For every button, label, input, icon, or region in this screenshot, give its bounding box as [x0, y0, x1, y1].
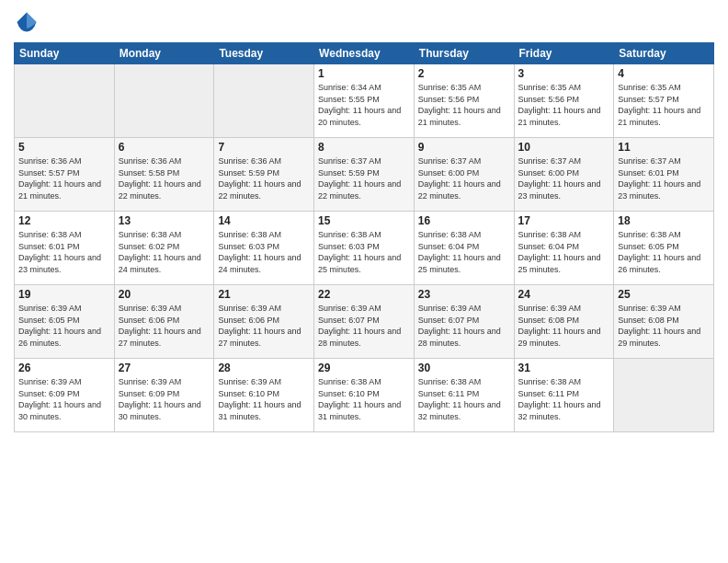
calendar-cell: 4Sunrise: 6:35 AM Sunset: 5:57 PM Daylig…: [614, 64, 714, 138]
day-info: Sunrise: 6:39 AM Sunset: 6:07 PM Dayligh…: [418, 303, 510, 349]
day-info: Sunrise: 6:38 AM Sunset: 6:02 PM Dayligh…: [119, 229, 210, 275]
calendar-cell: 21Sunrise: 6:39 AM Sunset: 6:06 PM Dayli…: [214, 285, 314, 359]
calendar-table: SundayMondayTuesdayWednesdayThursdayFrid…: [14, 42, 714, 432]
calendar-cell: 7Sunrise: 6:36 AM Sunset: 5:59 PM Daylig…: [214, 138, 314, 212]
day-info: Sunrise: 6:39 AM Sunset: 6:10 PM Dayligh…: [218, 376, 310, 422]
day-number: 16: [418, 214, 510, 227]
day-info: Sunrise: 6:39 AM Sunset: 6:09 PM Dayligh…: [119, 376, 210, 422]
header: [14, 9, 714, 35]
day-number: 21: [218, 288, 310, 301]
day-info: Sunrise: 6:35 AM Sunset: 5:57 PM Dayligh…: [618, 82, 710, 128]
day-number: 22: [318, 288, 410, 301]
day-info: Sunrise: 6:39 AM Sunset: 6:08 PM Dayligh…: [618, 303, 710, 349]
day-number: 17: [518, 214, 610, 227]
calendar-cell: 30Sunrise: 6:38 AM Sunset: 6:11 PM Dayli…: [414, 359, 514, 432]
day-info: Sunrise: 6:37 AM Sunset: 6:01 PM Dayligh…: [618, 155, 710, 201]
day-info: Sunrise: 6:38 AM Sunset: 6:10 PM Dayligh…: [318, 376, 410, 422]
calendar-cell: 10Sunrise: 6:37 AM Sunset: 6:00 PM Dayli…: [514, 138, 614, 212]
calendar-cell: 16Sunrise: 6:38 AM Sunset: 6:04 PM Dayli…: [414, 212, 514, 285]
day-number: 31: [518, 362, 610, 374]
header-day: Saturday: [614, 43, 714, 64]
day-number: 28: [218, 362, 310, 374]
calendar-row: 12Sunrise: 6:38 AM Sunset: 6:01 PM Dayli…: [15, 212, 714, 285]
header-day: Sunday: [15, 43, 115, 64]
calendar-cell: 24Sunrise: 6:39 AM Sunset: 6:08 PM Dayli…: [514, 285, 614, 359]
day-info: Sunrise: 6:39 AM Sunset: 6:06 PM Dayligh…: [119, 303, 210, 349]
header-day: Thursday: [414, 43, 514, 64]
calendar-cell: 18Sunrise: 6:38 AM Sunset: 6:05 PM Dayli…: [614, 212, 714, 285]
logo-icon: [14, 9, 40, 35]
day-number: 26: [18, 362, 110, 374]
day-info: Sunrise: 6:38 AM Sunset: 6:04 PM Dayligh…: [418, 229, 510, 275]
day-number: 24: [518, 288, 610, 301]
day-number: 9: [418, 141, 510, 154]
day-number: 5: [18, 141, 110, 154]
day-info: Sunrise: 6:38 AM Sunset: 6:03 PM Dayligh…: [318, 229, 410, 275]
calendar-cell: 17Sunrise: 6:38 AM Sunset: 6:04 PM Dayli…: [514, 212, 614, 285]
calendar-cell: 20Sunrise: 6:39 AM Sunset: 6:06 PM Dayli…: [114, 285, 214, 359]
day-info: Sunrise: 6:37 AM Sunset: 5:59 PM Dayligh…: [318, 155, 410, 201]
day-number: 2: [418, 67, 510, 80]
calendar-cell: 25Sunrise: 6:39 AM Sunset: 6:08 PM Dayli…: [614, 285, 714, 359]
day-number: 18: [618, 214, 710, 227]
day-number: 29: [318, 362, 410, 374]
calendar-cell: 26Sunrise: 6:39 AM Sunset: 6:09 PM Dayli…: [15, 359, 115, 432]
day-info: Sunrise: 6:35 AM Sunset: 5:56 PM Dayligh…: [518, 82, 610, 128]
day-number: 15: [318, 214, 410, 227]
day-number: 25: [618, 288, 710, 301]
day-info: Sunrise: 6:38 AM Sunset: 6:01 PM Dayligh…: [18, 229, 110, 275]
calendar-cell: [214, 64, 314, 138]
calendar-cell: 14Sunrise: 6:38 AM Sunset: 6:03 PM Dayli…: [214, 212, 314, 285]
calendar-cell: 19Sunrise: 6:39 AM Sunset: 6:05 PM Dayli…: [15, 285, 115, 359]
day-info: Sunrise: 6:39 AM Sunset: 6:08 PM Dayligh…: [518, 303, 610, 349]
calendar-row: 1Sunrise: 6:34 AM Sunset: 5:55 PM Daylig…: [15, 64, 714, 138]
day-number: 12: [18, 214, 110, 227]
day-info: Sunrise: 6:39 AM Sunset: 6:09 PM Dayligh…: [18, 376, 110, 422]
day-info: Sunrise: 6:36 AM Sunset: 5:59 PM Dayligh…: [218, 155, 310, 201]
calendar-cell: 3Sunrise: 6:35 AM Sunset: 5:56 PM Daylig…: [514, 64, 614, 138]
day-number: 8: [318, 141, 410, 154]
calendar-cell: 9Sunrise: 6:37 AM Sunset: 6:00 PM Daylig…: [414, 138, 514, 212]
calendar-cell: 2Sunrise: 6:35 AM Sunset: 5:56 PM Daylig…: [414, 64, 514, 138]
calendar-row: 19Sunrise: 6:39 AM Sunset: 6:05 PM Dayli…: [15, 285, 714, 359]
day-info: Sunrise: 6:38 AM Sunset: 6:03 PM Dayligh…: [218, 229, 310, 275]
header-row: SundayMondayTuesdayWednesdayThursdayFrid…: [15, 43, 714, 64]
day-number: 6: [119, 141, 210, 154]
page: SundayMondayTuesdayWednesdayThursdayFrid…: [0, 0, 728, 563]
day-number: 3: [518, 67, 610, 80]
calendar-cell: 13Sunrise: 6:38 AM Sunset: 6:02 PM Dayli…: [114, 212, 214, 285]
calendar-cell: 11Sunrise: 6:37 AM Sunset: 6:01 PM Dayli…: [614, 138, 714, 212]
day-info: Sunrise: 6:36 AM Sunset: 5:57 PM Dayligh…: [18, 155, 110, 201]
calendar-cell: 5Sunrise: 6:36 AM Sunset: 5:57 PM Daylig…: [15, 138, 115, 212]
day-number: 23: [418, 288, 510, 301]
day-info: Sunrise: 6:35 AM Sunset: 5:56 PM Dayligh…: [418, 82, 510, 128]
calendar-cell: 22Sunrise: 6:39 AM Sunset: 6:07 PM Dayli…: [314, 285, 415, 359]
calendar-cell: 15Sunrise: 6:38 AM Sunset: 6:03 PM Dayli…: [314, 212, 415, 285]
day-number: 10: [518, 141, 610, 154]
day-info: Sunrise: 6:37 AM Sunset: 6:00 PM Dayligh…: [418, 155, 510, 201]
header-day: Tuesday: [214, 43, 314, 64]
header-day: Friday: [514, 43, 614, 64]
day-number: 14: [218, 214, 310, 227]
calendar-cell: [614, 359, 714, 432]
calendar-cell: 28Sunrise: 6:39 AM Sunset: 6:10 PM Dayli…: [214, 359, 314, 432]
day-info: Sunrise: 6:34 AM Sunset: 5:55 PM Dayligh…: [318, 82, 410, 128]
day-info: Sunrise: 6:38 AM Sunset: 6:05 PM Dayligh…: [618, 229, 710, 275]
day-info: Sunrise: 6:37 AM Sunset: 6:00 PM Dayligh…: [518, 155, 610, 201]
calendar-cell: [114, 64, 214, 138]
calendar-cell: 1Sunrise: 6:34 AM Sunset: 5:55 PM Daylig…: [314, 64, 415, 138]
day-number: 19: [18, 288, 110, 301]
logo: [14, 9, 41, 35]
day-info: Sunrise: 6:38 AM Sunset: 6:11 PM Dayligh…: [518, 376, 610, 422]
calendar-cell: 8Sunrise: 6:37 AM Sunset: 5:59 PM Daylig…: [314, 138, 415, 212]
header-day: Monday: [114, 43, 214, 64]
calendar-row: 5Sunrise: 6:36 AM Sunset: 5:57 PM Daylig…: [15, 138, 714, 212]
day-info: Sunrise: 6:39 AM Sunset: 6:06 PM Dayligh…: [218, 303, 310, 349]
day-info: Sunrise: 6:39 AM Sunset: 6:05 PM Dayligh…: [18, 303, 110, 349]
calendar-row: 26Sunrise: 6:39 AM Sunset: 6:09 PM Dayli…: [15, 359, 714, 432]
day-number: 20: [119, 288, 210, 301]
day-info: Sunrise: 6:38 AM Sunset: 6:11 PM Dayligh…: [418, 376, 510, 422]
calendar-cell: 29Sunrise: 6:38 AM Sunset: 6:10 PM Dayli…: [314, 359, 415, 432]
calendar-cell: 12Sunrise: 6:38 AM Sunset: 6:01 PM Dayli…: [15, 212, 115, 285]
day-number: 7: [218, 141, 310, 154]
